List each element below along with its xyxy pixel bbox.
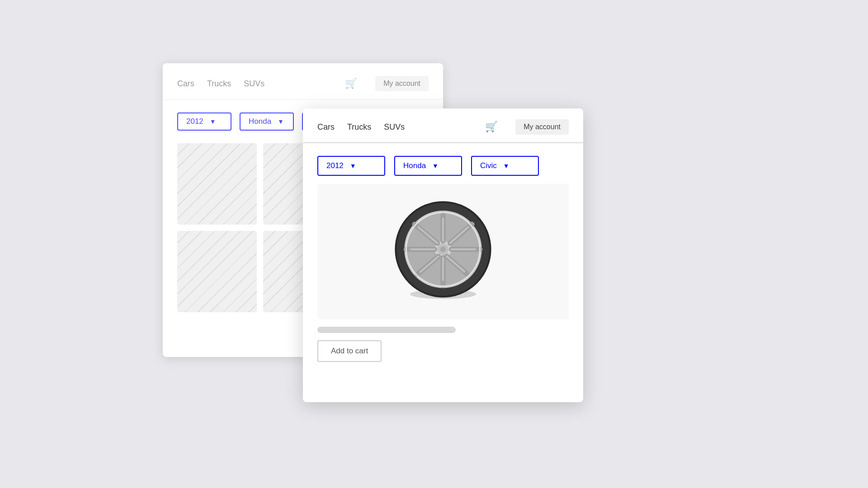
front-card: Cars Trucks SUVs 🛒 My account 2012 ▼ Hon… — [303, 108, 583, 402]
back-nav-links: Cars Trucks SUVs — [177, 79, 330, 89]
front-year-chevron-icon: ▼ — [350, 162, 356, 169]
back-make-dropdown[interactable]: Honda ▼ — [240, 113, 294, 131]
front-nav: Cars Trucks SUVs 🛒 My account — [303, 108, 583, 142]
front-product-image — [317, 184, 569, 319]
front-model-dropdown[interactable]: Civic ▼ — [471, 156, 539, 176]
front-nav-cars[interactable]: Cars — [317, 122, 335, 132]
back-nav: Cars Trucks SUVs 🛒 My account — [163, 63, 443, 100]
front-dropdowns: 2012 ▼ Honda ▼ Civic ▼ — [303, 143, 583, 184]
front-price-placeholder — [317, 327, 456, 333]
front-nav-links: Cars Trucks SUVs — [317, 122, 471, 132]
add-to-cart-button[interactable]: Add to cart — [317, 340, 382, 362]
front-cart-icon[interactable]: 🛒 — [485, 121, 497, 133]
front-year-dropdown[interactable]: 2012 ▼ — [317, 156, 385, 176]
front-nav-trucks[interactable]: Trucks — [347, 122, 371, 132]
front-my-account-button[interactable]: My account — [515, 119, 569, 135]
back-year-dropdown[interactable]: 2012 ▼ — [177, 113, 231, 131]
back-nav-suvs[interactable]: SUVs — [244, 79, 264, 89]
front-model-value: Civic — [480, 161, 497, 170]
back-year-value: 2012 — [186, 117, 203, 126]
front-year-value: 2012 — [326, 161, 344, 170]
wheel-image — [391, 200, 495, 304]
front-product-section: Add to cart — [303, 184, 583, 373]
front-nav-suvs[interactable]: SUVs — [384, 122, 405, 132]
back-grid-item-4 — [177, 231, 257, 312]
back-nav-trucks[interactable]: Trucks — [207, 79, 231, 89]
back-my-account-button[interactable]: My account — [375, 76, 429, 91]
front-make-dropdown[interactable]: Honda ▼ — [394, 156, 462, 176]
back-year-chevron-icon: ▼ — [210, 118, 216, 125]
back-cart-icon[interactable]: 🛒 — [345, 78, 357, 89]
svg-point-6 — [440, 247, 446, 253]
back-grid-item-1 — [177, 143, 257, 225]
front-make-chevron-icon: ▼ — [432, 162, 439, 169]
back-make-chevron-icon: ▼ — [278, 118, 284, 125]
back-make-value: Honda — [249, 117, 271, 126]
back-nav-cars[interactable]: Cars — [177, 79, 194, 89]
scene: Cars Trucks SUVs 🛒 My account 2012 ▼ Hon… — [163, 63, 705, 425]
front-model-chevron-icon: ▼ — [503, 162, 509, 169]
front-make-value: Honda — [403, 161, 426, 170]
